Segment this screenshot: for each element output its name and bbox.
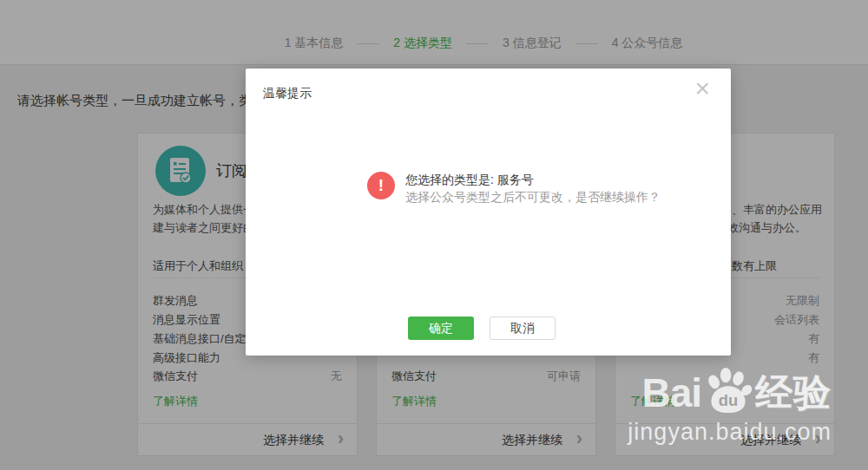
watermark-brand-suffix: 经验 (755, 368, 832, 418)
dialog-message-primary: 您选择的类型是: 服务号 (405, 173, 534, 188)
confirm-button[interactable]: 确定 (408, 317, 474, 340)
watermark-url: jingyan.baidu.com (628, 419, 832, 446)
confirmation-dialog: 温馨提示 × ! 您选择的类型是: 服务号 选择公众号类型之后不可更改，是否继续… (246, 69, 731, 356)
cancel-button[interactable]: 取消 (490, 317, 556, 340)
dialog-title: 温馨提示 (263, 86, 312, 101)
svg-text:du: du (719, 391, 738, 409)
close-icon[interactable]: × (694, 75, 710, 101)
dialog-message-secondary: 选择公众号类型之后不可更改，是否继续操作？ (405, 190, 661, 206)
watermark-brand-text: Bai (641, 369, 701, 416)
watermark: Bai du 经验 jingyan.baidu.com (628, 369, 832, 446)
baidu-paw-icon: du (703, 368, 753, 418)
registration-page: 1 基本信息 2 选择类型 3 信息登记 4 公众号信息 请选择帐号类型，一旦成… (0, 0, 868, 470)
warning-icon: ! (367, 172, 395, 199)
watermark-logo: Bai du 经验 (628, 369, 832, 416)
